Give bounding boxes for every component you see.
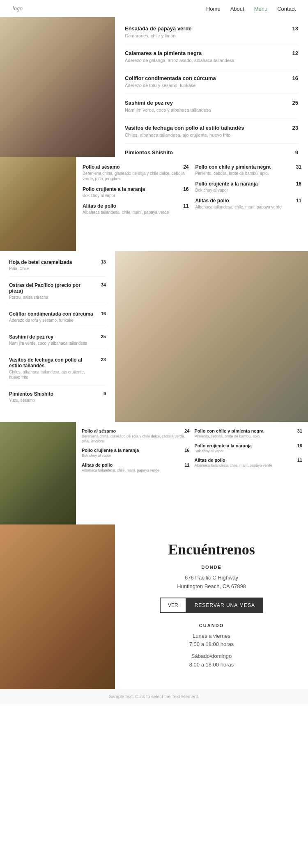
col-menu-desc: Pimiento, cebolla, brote de bambú, apio. [195, 171, 302, 176]
col-menu-desc: Bok choy al vapor [195, 188, 302, 193]
encuentrenos-image [0, 524, 115, 689]
fcol-name: Alitas de pollo [82, 463, 184, 467]
address-line2: Huntington Beach, CA 67898 [177, 583, 246, 589]
section4-menu: Pollo al sésamo 24 Berenjena china, glas… [76, 422, 308, 524]
menu-item-name: Calamares a la pimienta negra [125, 50, 292, 56]
col-menu-desc: Albahaca tailandesa, chile, maní, papaya… [195, 204, 302, 210]
cuando-section: CUANDO Lunes a viernes 7:00 a 18:00 hora… [127, 623, 296, 669]
menu-item-row-name: Coliflor condimentada con cúrcuma [9, 311, 94, 317]
section2-menu: Pollo al sésamo 24 Berenjena china, glas… [76, 157, 308, 251]
fcol-name: Alitas de pollo [195, 458, 297, 463]
menu-item: Sashimi de pez rey 25 Nam jim verde, coc… [125, 100, 298, 119]
col-menu-desc: Bok choy al vapor [83, 193, 189, 198]
menu-item-row-name: Vasitos de lechuga con pollo al estilo t… [9, 357, 94, 369]
nav-home[interactable]: Home [206, 6, 221, 12]
schedule2-hours: 8:00 a 18:00 horas [189, 662, 234, 668]
fcol-item: Pollo al sésamo 24 Berenjena china, glas… [82, 428, 190, 444]
fcol-item: Alitas de pollo 11 Albahaca tailandesa, … [195, 458, 303, 468]
menu-item-desc: Camarones, chile y limón [125, 33, 298, 39]
col-menu-price: 31 [296, 164, 301, 170]
menu-item-price: 25 [292, 100, 298, 106]
col-menu-price: 11 [296, 198, 301, 204]
menu-item-row: Ostras del Pacífico (precio por pieza) P… [9, 282, 106, 305]
col-menu-price: 16 [183, 186, 188, 192]
menu-item-row-price: 23 [98, 357, 106, 362]
fcol-price: 11 [184, 463, 189, 467]
menu-item-row: Pimientos Shishito Yuzu, sésamo 9 [9, 391, 106, 408]
menu-panel-1: Ensalada de papaya verde 13 Camarones, c… [115, 17, 308, 157]
menu-item-desc: Aderezo de tofu y sésamo, furikake [125, 82, 298, 89]
fcol-item: Alitas de pollo 11 Albahaca tailandesa, … [82, 463, 190, 473]
section-hero: Ensalada de papaya verde 13 Camarones, c… [0, 17, 308, 157]
fcol-name: Pollo crujiente a la naranja [195, 443, 297, 448]
col-menu-name: Pollo con chile y pimienta negra [195, 164, 271, 170]
section-encuentrenos: Encuéntrenos DÓNDE 676 Pacific C Highway… [0, 524, 308, 689]
nav-about[interactable]: About [230, 6, 244, 12]
menu-item-name: Vasitos de lechuga con pollo al estilo t… [125, 125, 292, 131]
fcol-price: 24 [184, 428, 189, 433]
menu-item: Vasitos de lechuga con pollo al estilo t… [125, 125, 298, 144]
navbar: logo Home About Menu Contact [0, 0, 308, 17]
col-menu-desc: Berenjena china, glaseado de soja y chil… [83, 171, 189, 181]
menu-item-row-price: 25 [98, 334, 106, 339]
menu-item: Calamares a la pimienta negra 12 Aderezo… [125, 50, 298, 69]
fcol-1: Pollo al sésamo 24 Berenjena china, glas… [82, 428, 190, 518]
fcol-name: Pollo con chile y pimienta negra [195, 428, 297, 433]
menu-item-name: Ensalada de papaya verde [125, 25, 292, 32]
menu-item-name: Coliflor condimentada con cúrcuma [125, 75, 292, 81]
menu-item-row-name: Pimientos Shishito [9, 391, 94, 397]
hero-photo [0, 17, 115, 157]
menu-item-row-desc: Piña, Chile [9, 266, 94, 271]
fcol-desc: Bok choy al vapor [82, 453, 190, 458]
menu-item-row-desc: Chiles, albahaca tailandesa, ajo crujien… [9, 369, 94, 380]
col-menu-name: Pollo crujiente a la naranja [83, 186, 145, 192]
menu-item-row-name: Ostras del Pacífico (precio por pieza) [9, 282, 94, 294]
address: 676 Pacific C Highway Huntington Beach, … [127, 574, 296, 591]
col-menu-right: Pollo con chile y pimienta negra 31 Pimi… [195, 164, 302, 244]
encuentrenos-title: Encuéntrenos [127, 541, 296, 558]
fcol-name: Pollo crujiente a la naranja [82, 448, 184, 453]
menu-list-left: Hoja de betel caramelizada Piña, Chile 1… [0, 251, 115, 422]
fcol-name: Pollo al sésamo [82, 428, 184, 433]
menu-item-row: Hoja de betel caramelizada Piña, Chile 1… [9, 259, 106, 277]
donde-label: DÓNDE [127, 565, 296, 570]
schedule2: Sábado/domingo 8:00 a 18:00 horas [127, 652, 296, 669]
logo: logo [12, 5, 23, 12]
schedule1-hours: 7:00 a 18:00 horas [189, 641, 234, 647]
fcol-desc: Albahaca tailandesa, chile, maní, papaya… [195, 463, 303, 468]
fcol-price: 16 [184, 448, 189, 453]
fcol-item: Pollo con chile y pimienta negra 31 Pimi… [195, 428, 303, 439]
button-group: VER RESERVAR UNA MESA [127, 598, 296, 613]
menu-item-row: Coliflor condimentada con cúrcuma Aderez… [9, 311, 106, 328]
fcol-price: 31 [297, 428, 302, 433]
reservar-button[interactable]: RESERVAR UNA MESA [186, 598, 263, 613]
menu-item-row-desc: Yuzu, sésamo [9, 398, 94, 403]
nav-contact[interactable]: Contact [277, 6, 296, 12]
fcol-item: Pollo crujiente a la naranja 16 Bok choy… [195, 443, 303, 454]
nav-links: Home About Menu Contact [206, 5, 296, 12]
section3-image [115, 251, 308, 422]
col-menu-desc: Albahaca tailandesa, chile, maní, papaya… [83, 210, 189, 215]
menu-item-row-desc: Nam jim verde, coco y albahaca tailandes… [9, 341, 94, 346]
section-two-col: Pollo al sésamo 24 Berenjena china, glas… [0, 157, 308, 251]
menu-item-row: Sashimi de pez rey Nam jim verde, coco y… [9, 334, 106, 351]
ver-button[interactable]: VER [160, 598, 186, 613]
section-menu-img: Hoja de betel caramelizada Piña, Chile 1… [0, 251, 308, 422]
col-menu-price: 24 [183, 164, 188, 170]
fcol-desc: Berenjena china, glaseado de soja y chil… [82, 434, 190, 444]
fcol-item: Pollo crujiente a la naranja 16 Bok choy… [82, 448, 190, 458]
fcol-price: 11 [297, 458, 302, 463]
fcol-desc: Pimiento, cebolla, brote de bambú, apio. [195, 434, 303, 439]
cuando-label: CUANDO [127, 623, 296, 628]
menu-item-name: Sashimi de pez rey [125, 100, 292, 106]
menu-item-price: 12 [292, 50, 298, 56]
section-4col: Pollo al sésamo 24 Berenjena china, glas… [0, 422, 308, 524]
hero-image [0, 17, 115, 157]
nav-menu[interactable]: Menu [254, 6, 268, 12]
menu-item-desc: Chiles, albahaca tailandesa, ajo crujien… [125, 132, 298, 138]
encuentrenos-content: Encuéntrenos DÓNDE 676 Pacific C Highway… [115, 524, 308, 689]
schedule1: Lunes a viernes 7:00 a 18:00 horas [127, 632, 296, 649]
col-menu-item: Alitas de pollo 11 Albahaca tailandesa, … [195, 198, 302, 210]
section4-image [0, 422, 76, 524]
footer-text: Sample text. Click to select the Text El… [109, 694, 199, 699]
